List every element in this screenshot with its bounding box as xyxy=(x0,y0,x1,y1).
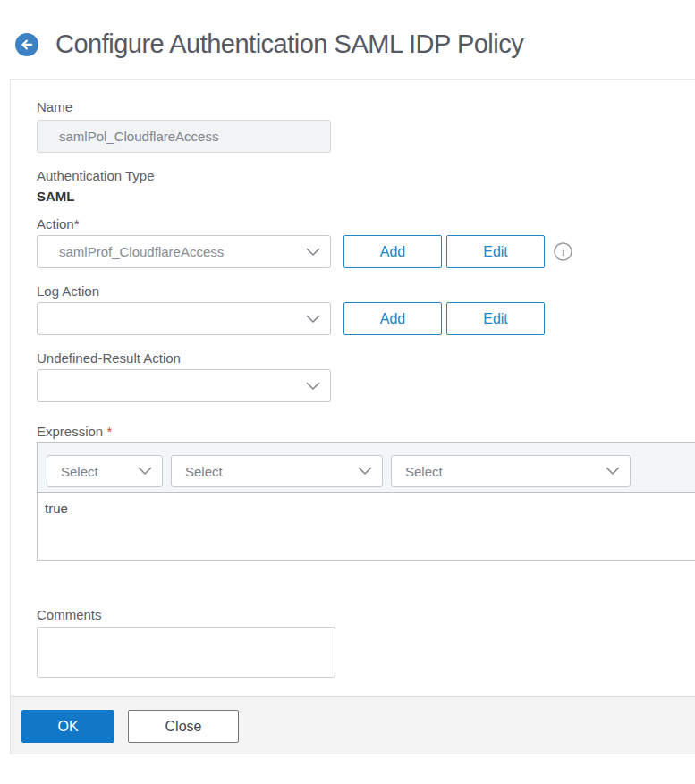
chevron-down-icon xyxy=(306,381,320,392)
arrow-left-circle-icon xyxy=(15,33,38,56)
form-footer: OK Close xyxy=(11,696,695,754)
action-edit-button[interactable]: Edit xyxy=(446,235,545,268)
info-icon-glyph: i xyxy=(562,246,565,258)
form-body: Name Authentication Type SAML Action* sa… xyxy=(11,80,695,678)
info-icon[interactable]: i xyxy=(554,242,572,261)
auth-type-value: SAML xyxy=(37,188,695,206)
expression-editor: Select Select Select xyxy=(37,442,695,561)
page-title: Configure Authentication SAML IDP Policy xyxy=(55,30,523,59)
chevron-down-icon xyxy=(138,466,152,476)
undefined-result-action-label: Undefined-Result Action xyxy=(37,350,695,367)
undefined-result-action-row xyxy=(37,369,695,402)
name-input[interactable] xyxy=(37,120,331,153)
chevron-down-icon xyxy=(306,247,320,257)
log-action-add-button[interactable]: Add xyxy=(343,302,442,335)
expression-label: Expression * xyxy=(37,423,695,441)
comments-label: Comments xyxy=(37,606,695,624)
close-button[interactable]: Close xyxy=(128,710,239,743)
expression-label-text: Expression xyxy=(37,424,106,439)
undefined-result-action-select[interactable] xyxy=(37,369,331,402)
chevron-down-icon xyxy=(306,314,320,325)
comments-block: Comments xyxy=(37,606,695,678)
action-label: Action* xyxy=(37,215,695,233)
page-header: Configure Authentication SAML IDP Policy xyxy=(0,0,695,79)
expression-select-2-value: Select xyxy=(185,464,223,479)
log-action-row: Add Edit xyxy=(37,302,695,335)
chevron-down-icon xyxy=(606,466,620,476)
expression-input[interactable]: true xyxy=(38,493,695,560)
expression-required-mark: * xyxy=(106,424,112,439)
name-label: Name xyxy=(37,98,695,116)
log-action-label: Log Action xyxy=(37,282,695,300)
form-panel: Name Authentication Type SAML Action* sa… xyxy=(10,79,695,754)
action-row: samlProf_CloudflareAccess Add Edit i xyxy=(37,235,695,268)
chevron-down-icon xyxy=(358,466,372,476)
back-button[interactable] xyxy=(15,33,38,56)
expression-select-3[interactable]: Select xyxy=(391,455,631,487)
log-action-edit-button[interactable]: Edit xyxy=(446,302,545,335)
action-select[interactable]: samlProf_CloudflareAccess xyxy=(37,235,331,268)
comments-input[interactable] xyxy=(37,627,335,678)
expression-toolbar: Select Select Select xyxy=(38,443,695,493)
expression-select-1[interactable]: Select xyxy=(47,455,163,487)
expression-select-2[interactable]: Select xyxy=(171,455,383,487)
ok-button[interactable]: OK xyxy=(21,710,114,743)
expression-select-1-value: Select xyxy=(61,464,98,479)
action-add-button[interactable]: Add xyxy=(343,235,442,268)
auth-type-label: Authentication Type xyxy=(37,167,695,185)
log-action-select[interactable] xyxy=(37,302,331,335)
expression-select-3-value: Select xyxy=(405,464,443,479)
action-select-value: samlProf_CloudflareAccess xyxy=(59,244,224,259)
